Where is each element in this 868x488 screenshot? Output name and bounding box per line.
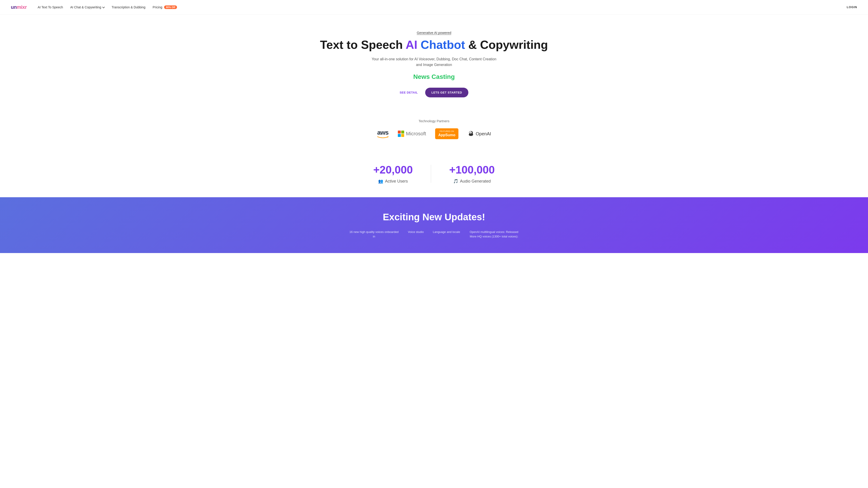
appsumo-featured-text: FEATURED ON [440, 130, 454, 133]
audio-generated-label: 🎵 Audio Generated [449, 179, 495, 184]
hero-powered-text: Generative AI powered [5, 31, 863, 35]
partners-logos: aws Microsoft FEATURED ON AppSumo [5, 128, 863, 139]
appsumo-badge: FEATURED ON AppSumo [435, 128, 459, 139]
openai-icon [467, 131, 474, 137]
update-item-language-locale: Language and locale [433, 230, 460, 238]
navbar: unmixr AI Text To Speech AI Chat & Copyw… [0, 0, 868, 14]
update-item-voice-studio: Voice studio [408, 230, 424, 238]
aws-logo: aws [377, 129, 389, 138]
stat-audio-generated: +100,000 🎵 Audio Generated [431, 164, 513, 184]
hero-subtitle: Your all-in-one solution for AI Voiceove… [371, 56, 497, 68]
nav-transcription-dubbing[interactable]: Transcription & Dubbing [112, 5, 146, 9]
hero-section: Generative AI powered Text to Speech AI … [0, 14, 868, 108]
appsumo-name-text: AppSumo [438, 133, 456, 138]
microsoft-text: Microsoft [406, 131, 426, 137]
partners-section: Technology Partners aws Microsoft FEATUR… [0, 108, 868, 150]
nav-ai-chat-copywriting[interactable]: AI Chat & Copywriting [70, 5, 104, 9]
aws-smile-icon [377, 136, 389, 138]
nav-ai-text-to-speech[interactable]: AI Text To Speech [37, 5, 63, 9]
active-users-label: 👥 Active Users [373, 179, 413, 184]
update-item-openai-voices: OpenAI multilingual voices: Released Mor… [469, 230, 519, 238]
login-button[interactable]: LOGIN [847, 5, 857, 9]
hero-actions: SEE DETAIL LETS GET STARTED [5, 88, 863, 97]
active-users-number: +20,000 [373, 164, 413, 176]
ms-grid-icon [398, 131, 404, 137]
stats-section: +20,000 👥 Active Users +100,000 🎵 Audio … [0, 150, 868, 197]
hero-title: Text to Speech AI Chatbot & Copywriting [5, 38, 863, 52]
microsoft-logo: Microsoft [398, 131, 426, 137]
logo[interactable]: unmixr [11, 4, 27, 10]
openai-text: OpenAI [475, 131, 491, 136]
updates-section: Exciting New Updates! 16 new high qualit… [0, 197, 868, 253]
stat-active-users: +20,000 👥 Active Users [355, 164, 431, 184]
music-icon: 🎵 [453, 179, 458, 184]
see-detail-button[interactable]: SEE DETAIL [400, 91, 418, 94]
aws-text: aws [377, 129, 389, 136]
partners-title: Technology Partners [5, 119, 863, 123]
update-item-new-voices: 16 new high quality voices onboarded in [349, 230, 399, 238]
openai-logo: OpenAI [467, 131, 491, 137]
updates-grid: 16 new high quality voices onboarded in … [11, 230, 857, 238]
nav-pricing[interactable]: Pricing 80% Off [153, 5, 177, 9]
pricing-badge: 80% Off [164, 5, 177, 9]
hero-news-casting: News Casting [5, 73, 863, 80]
chevron-down-icon [102, 6, 105, 8]
users-icon: 👥 [378, 179, 383, 184]
get-started-button[interactable]: LETS GET STARTED [425, 88, 469, 97]
audio-generated-number: +100,000 [449, 164, 495, 176]
updates-title: Exciting New Updates! [11, 212, 857, 223]
nav-links: AI Text To Speech AI Chat & Copywriting … [37, 5, 846, 9]
